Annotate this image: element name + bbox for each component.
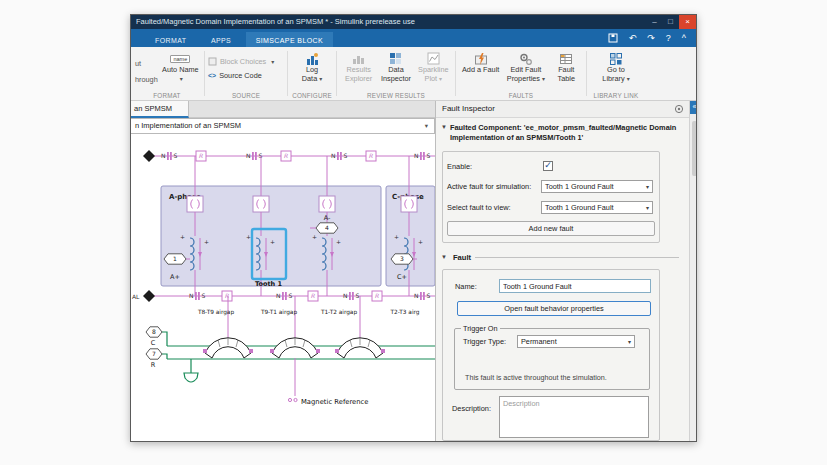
airgap-label: T9-T1 airgap xyxy=(260,309,298,316)
circuit-diagram[interactable]: A-phase C-phase NSNSNSNSNSNSNSNSRRRRRR++… xyxy=(131,134,435,442)
fault-inspector-panel: Fault Inspector ▼ Faulted Component: 'ee… xyxy=(435,101,689,442)
cut-port-label: AL xyxy=(132,293,140,300)
chevron-down-icon: ▾ xyxy=(627,76,630,82)
winding-symbol xyxy=(340,152,342,160)
magnet-port xyxy=(203,349,207,353)
winding-symbol xyxy=(252,152,254,160)
save-icon[interactable] xyxy=(608,33,618,43)
auto-name-button[interactable]: name Auto Name ▾ xyxy=(160,49,201,82)
open-fault-behavior-button[interactable]: Open fault behavior properties xyxy=(457,301,651,316)
chevron-down-icon: ▾ xyxy=(271,58,274,65)
bus-port-diamond[interactable] xyxy=(143,290,155,302)
data-inspector-button[interactable]: Data Inspector xyxy=(377,49,414,83)
pole-label-n: N xyxy=(331,152,336,159)
group-label-configure: CONFIGURE xyxy=(289,92,335,99)
port-number: 7 xyxy=(152,350,156,357)
results-explorer-button[interactable]: Results Explorer xyxy=(340,49,377,83)
green-wire xyxy=(162,354,167,359)
scrollbar-thumb[interactable] xyxy=(692,121,697,176)
winding-symbol xyxy=(170,152,172,160)
group-label-source: SOURCE xyxy=(206,92,286,99)
airgap-label: T8-T9 airgap xyxy=(197,309,235,316)
fault-table-icon xyxy=(559,52,573,66)
help-icon[interactable]: ? xyxy=(666,29,671,47)
cut-button-label[interactable]: hrough xyxy=(135,75,158,84)
redo-icon[interactable]: ↷ xyxy=(647,29,655,47)
collapse-ribbon-icon[interactable]: ^ xyxy=(682,29,686,47)
chevron-down-icon: ▾ xyxy=(319,76,322,82)
port-number: 1 xyxy=(173,255,177,262)
panel-scrollbar-strip[interactable]: « xyxy=(689,101,697,442)
winding-block[interactable] xyxy=(401,196,417,212)
titlebar: Faulted/Magnetic Domain Implementation o… xyxy=(131,15,696,29)
fault-inspector-header: Fault Inspector xyxy=(436,101,689,118)
winding-symbol xyxy=(337,152,339,160)
plus-mark: + xyxy=(394,233,399,240)
description-label: Description: xyxy=(452,404,491,413)
magnet-port xyxy=(249,349,253,353)
maximize-button[interactable]: □ xyxy=(663,15,678,29)
collapse-panel-icon[interactable]: « xyxy=(690,101,697,114)
group-label-faults: FAULTS xyxy=(457,92,585,99)
winding-block[interactable] xyxy=(319,196,335,212)
section-fault[interactable]: ▼ Fault xyxy=(441,253,679,262)
collapse-triangle-icon: ▼ xyxy=(441,253,447,262)
pole-label-n: N xyxy=(343,292,348,299)
model-canvas[interactable]: A-phase C-phase NSNSNSNSNSNSNSNSRRRRRR++… xyxy=(131,134,435,442)
pole-label-n: N xyxy=(414,292,419,299)
enable-label: Enable: xyxy=(447,162,472,171)
edit-fault-properties-button[interactable]: Edit Fault Properties▾ xyxy=(502,49,549,83)
fault-table-button[interactable]: Fault Table xyxy=(550,49,583,83)
pole-label-s: S xyxy=(289,292,293,299)
close-button[interactable]: × xyxy=(679,15,696,29)
undo-icon[interactable]: ↶ xyxy=(629,29,637,47)
sparkline-plot-button[interactable]: Sparkline Plot▾ xyxy=(415,49,452,83)
section-rule xyxy=(475,257,679,258)
cut-button-label[interactable]: ut xyxy=(135,59,158,68)
winding-block[interactable] xyxy=(253,196,269,212)
document-tab[interactable]: an SPMSM xyxy=(131,101,189,118)
trigger-type-dropdown[interactable]: Permanent ▾ xyxy=(517,335,635,348)
ribbon-separator xyxy=(455,51,456,96)
faulted-component-box: Enable: ✓ Active fault for simulation: T… xyxy=(442,151,660,243)
magnetic-reference-symbol[interactable] xyxy=(184,373,198,382)
section-faulted-component[interactable]: ▼ Faulted Component: 'ee_motor_pmsm_faul… xyxy=(441,123,682,142)
panel-options-icon[interactable] xyxy=(674,104,684,114)
winding-symbol xyxy=(282,292,284,300)
pole-label-s: S xyxy=(356,292,360,299)
block-choices-button[interactable]: Block Choices ▾ xyxy=(208,57,274,66)
description-textarea[interactable] xyxy=(499,396,649,438)
breadcrumb-text: n Implementation of an SPMSM xyxy=(135,121,241,130)
winding-symbol xyxy=(285,292,287,300)
plus-mark: + xyxy=(312,233,317,240)
fault-name-input[interactable] xyxy=(499,279,651,293)
go-to-library-button[interactable]: Go to Library▾ xyxy=(595,49,637,83)
select-fault-dropdown[interactable]: Tooth 1 Ground Fault ▾ xyxy=(541,201,653,214)
green-wire xyxy=(162,332,167,346)
add-new-fault-button[interactable]: Add new fault xyxy=(447,221,655,236)
document-tab-bar: an SPMSM xyxy=(131,101,435,118)
bus-port-diamond[interactable] xyxy=(143,150,155,162)
active-fault-dropdown[interactable]: Tooth 1 Ground Fault ▾ xyxy=(541,180,653,193)
ribbon-separator xyxy=(204,51,205,96)
source-code-icon: <> xyxy=(208,72,216,79)
magnet-port xyxy=(316,349,320,353)
port-label: R xyxy=(151,361,156,369)
cut-buttons: ut hrough xyxy=(133,49,160,84)
port-label: C+ xyxy=(397,273,407,281)
enable-checkbox[interactable]: ✓ xyxy=(543,161,553,171)
breadcrumb[interactable]: n Implementation of an SPMSM ▾ xyxy=(131,118,435,134)
add-a-fault-button[interactable]: Add a Fault xyxy=(459,49,502,75)
group-label-library-link: LIBRARY LINK xyxy=(588,92,644,99)
panel-title: Fault Inspector xyxy=(442,104,495,113)
plus-mark: + xyxy=(180,233,185,240)
pole-label-s: S xyxy=(202,292,206,299)
source-code-button[interactable]: <> Source Code xyxy=(208,71,274,80)
minimize-button[interactable]: – xyxy=(647,15,662,29)
chevron-down-icon: ▾ xyxy=(646,204,649,211)
winding-block[interactable] xyxy=(187,196,203,212)
reference-port-glyph xyxy=(288,398,291,401)
log-data-button[interactable]: Log Data▾ xyxy=(291,49,333,83)
name-label: Name: xyxy=(455,282,477,291)
magnet-port xyxy=(270,349,274,353)
